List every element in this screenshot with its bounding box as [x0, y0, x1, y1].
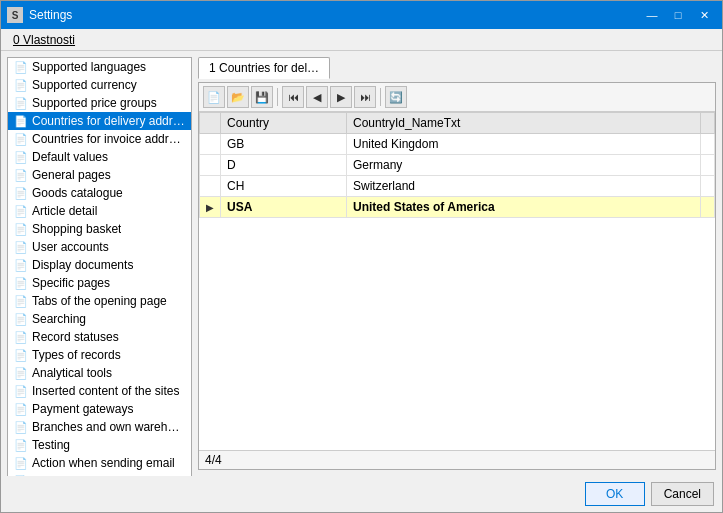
- sidebar-item-display-documents[interactable]: 📄Display documents: [8, 256, 191, 274]
- table-row[interactable]: CHSwitzerland: [200, 176, 715, 197]
- tab-bar: 1 Countries for del…: [198, 57, 716, 78]
- sidebar-item-label: Goods catalogue: [32, 186, 123, 200]
- doc-icon: 📄: [14, 313, 28, 326]
- sidebar-item-searching[interactable]: 📄Searching: [8, 310, 191, 328]
- doc-icon: 📄: [14, 439, 28, 452]
- sidebar-item-supported-languages[interactable]: 📄Supported languages: [8, 58, 191, 76]
- save-button[interactable]: 💾: [251, 86, 273, 108]
- sidebar-item-supported-price-groups[interactable]: 📄Supported price groups: [8, 94, 191, 112]
- sidebar-item-supported-currency[interactable]: 📄Supported currency: [8, 76, 191, 94]
- sidebar-item-label: Countries for invoice addresse…: [32, 132, 185, 146]
- sidebar-item-user-accounts[interactable]: 📄User accounts: [8, 238, 191, 256]
- sidebar-item-label: Default values: [32, 150, 108, 164]
- sidebar-item-label: Inserted content of the sites: [32, 384, 179, 398]
- cell-scroll-space: [701, 176, 715, 197]
- doc-icon: 📄: [14, 331, 28, 344]
- title-bar: S Settings — □ ✕: [1, 1, 722, 29]
- sidebar-item-shopping-basket[interactable]: 📄Shopping basket: [8, 220, 191, 238]
- sidebar-item-label: General pages: [32, 168, 111, 182]
- menu-vlastnosti[interactable]: 0 Vlastnosti: [7, 31, 81, 49]
- sidebar-item-branches-warehouses[interactable]: 📄Branches and own warehouses: [8, 418, 191, 436]
- window-title: Settings: [29, 8, 72, 22]
- sidebar: 📄Supported languages📄Supported currency📄…: [7, 57, 192, 476]
- sidebar-item-label: Analytical tools: [32, 366, 112, 380]
- table-container[interactable]: Country CountryId_NameTxt GBUnited Kingd…: [199, 112, 715, 450]
- sidebar-item-label: Searching: [32, 312, 86, 326]
- cell-country-name: Germany: [347, 155, 701, 176]
- table-panel: 📄📂💾⏮◀▶⏭🔄 Country CountryId_NameTxt: [198, 82, 716, 470]
- sidebar-item-label: Supported currency: [32, 78, 137, 92]
- sidebar-item-record-statuses[interactable]: 📄Record statuses: [8, 328, 191, 346]
- doc-icon: 📄: [14, 421, 28, 434]
- sidebar-item-general-pages[interactable]: 📄General pages: [8, 166, 191, 184]
- doc-icon: 📄: [14, 367, 28, 380]
- data-table: Country CountryId_NameTxt GBUnited Kingd…: [199, 112, 715, 218]
- sidebar-item-label: Types of records: [32, 348, 121, 362]
- next-button[interactable]: ▶: [330, 86, 352, 108]
- record-count: 4/4: [205, 453, 222, 467]
- sidebar-item-label: Shopping basket: [32, 222, 121, 236]
- sidebar-item-label: Record statuses: [32, 330, 119, 344]
- cell-country: GB: [221, 134, 347, 155]
- sep2: [380, 88, 381, 106]
- sidebar-item-label: Display documents: [32, 258, 133, 272]
- sidebar-item-label: Tabs of the opening page: [32, 294, 167, 308]
- title-bar-controls: — □ ✕: [640, 5, 716, 25]
- first-button[interactable]: ⏮: [282, 86, 304, 108]
- ok-button[interactable]: OK: [585, 482, 645, 506]
- minimize-button[interactable]: —: [640, 5, 664, 25]
- open-button[interactable]: 📂: [227, 86, 249, 108]
- table-row[interactable]: GBUnited Kingdom: [200, 134, 715, 155]
- app-icon: S: [7, 7, 23, 23]
- main-content: 📄Supported languages📄Supported currency📄…: [1, 51, 722, 476]
- sep1: [277, 88, 278, 106]
- sidebar-item-testing[interactable]: 📄Testing: [8, 436, 191, 454]
- doc-icon: 📄: [14, 205, 28, 218]
- cell-country-name: United Kingdom: [347, 134, 701, 155]
- row-indicator: [200, 134, 221, 155]
- cell-scroll-space: [701, 197, 715, 218]
- sidebar-item-inserted-content[interactable]: 📄Inserted content of the sites: [8, 382, 191, 400]
- sidebar-item-article-detail[interactable]: 📄Article detail: [8, 202, 191, 220]
- table-row[interactable]: DGermany: [200, 155, 715, 176]
- sidebar-item-label: Countries for delivery addres…: [32, 114, 185, 128]
- cell-scroll-space: [701, 155, 715, 176]
- new-button[interactable]: 📄: [203, 86, 225, 108]
- cell-country-name: United States of America: [347, 197, 701, 218]
- cell-scroll-space: [701, 134, 715, 155]
- row-indicator: ▶: [200, 197, 221, 218]
- last-button[interactable]: ⏭: [354, 86, 376, 108]
- refresh-button[interactable]: 🔄: [385, 86, 407, 108]
- maximize-button[interactable]: □: [666, 5, 690, 25]
- sidebar-item-countries-invoice[interactable]: 📄Countries for invoice addresse…: [8, 130, 191, 148]
- doc-icon: 📄: [14, 349, 28, 362]
- doc-icon: 📄: [14, 223, 28, 236]
- sidebar-item-countries-delivery[interactable]: 📄Countries for delivery addres…: [8, 112, 191, 130]
- sidebar-item-default-values[interactable]: 📄Default values: [8, 148, 191, 166]
- sidebar-item-payment-gateways[interactable]: 📄Payment gateways: [8, 400, 191, 418]
- footer: OK Cancel: [1, 476, 722, 512]
- col-scroll-space: [701, 113, 715, 134]
- sidebar-item-label: Supported languages: [32, 60, 146, 74]
- close-button[interactable]: ✕: [692, 5, 716, 25]
- doc-icon: 📄: [14, 115, 28, 128]
- sidebar-item-tabs-opening-page[interactable]: 📄Tabs of the opening page: [8, 292, 191, 310]
- main-window: S Settings — □ ✕ 0 Vlastnosti 📄Supported…: [0, 0, 723, 513]
- sidebar-item-goods-catalogue[interactable]: 📄Goods catalogue: [8, 184, 191, 202]
- row-indicator: [200, 155, 221, 176]
- cancel-button[interactable]: Cancel: [651, 482, 714, 506]
- toolbar: 📄📂💾⏮◀▶⏭🔄: [199, 83, 715, 112]
- sidebar-item-label: Supported price groups: [32, 96, 157, 110]
- col-country: Country: [221, 113, 347, 134]
- doc-icon: 📄: [14, 169, 28, 182]
- doc-icon: 📄: [14, 97, 28, 110]
- table-row[interactable]: ▶USAUnited States of America: [200, 197, 715, 218]
- tab-countries-delivery[interactable]: 1 Countries for del…: [198, 57, 330, 79]
- sidebar-item-label: Payment gateways: [32, 402, 133, 416]
- sidebar-item-types-records[interactable]: 📄Types of records: [8, 346, 191, 364]
- doc-icon: 📄: [14, 403, 28, 416]
- sidebar-item-analytical-tools[interactable]: 📄Analytical tools: [8, 364, 191, 382]
- sidebar-item-action-sending-email[interactable]: 📄Action when sending email: [8, 454, 191, 472]
- prev-button[interactable]: ◀: [306, 86, 328, 108]
- sidebar-item-specific-pages[interactable]: 📄Specific pages: [8, 274, 191, 292]
